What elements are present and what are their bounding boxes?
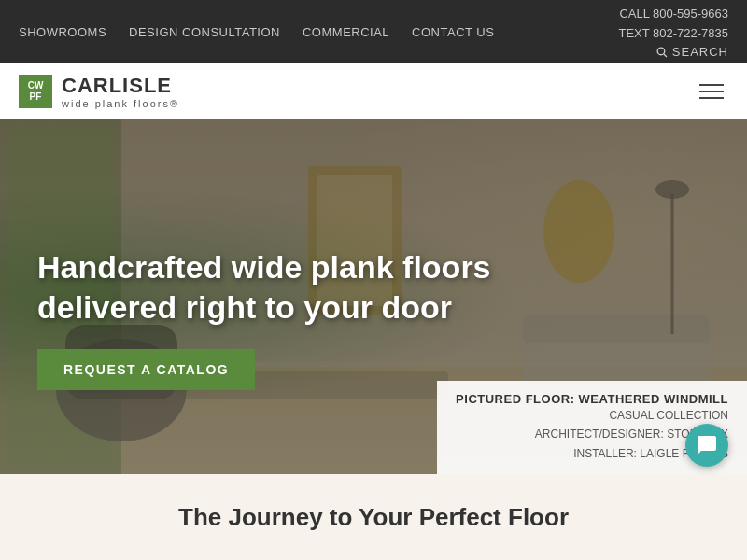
logo-badge: CW PF — [19, 75, 52, 108]
hamburger-line-1 — [699, 84, 724, 86]
nav-design-consultation[interactable]: DESIGN CONSULTATION — [129, 25, 280, 39]
search-icon — [655, 46, 668, 58]
badge-line2: PF — [30, 91, 42, 103]
logo-bar: CW PF CARLISLE wide plank floors® — [0, 63, 747, 119]
search-label: SEARCH — [672, 45, 728, 59]
floor-title: PICTURED FLOOR: WEATHERED WINDMILL — [456, 392, 728, 406]
journey-section: The Journey to Your Perfect Floor — [0, 474, 747, 560]
svg-point-0 — [657, 48, 665, 55]
brand-name: CARLISLE — [62, 74, 179, 98]
top-nav-bar: SHOWROOMS DESIGN CONSULTATION COMMERCIAL… — [0, 0, 747, 63]
text-label: TEXT 802-722-7835 — [618, 24, 728, 44]
chat-bubble-button[interactable] — [685, 424, 728, 467]
nav-showrooms[interactable]: SHOWROOMS — [19, 25, 106, 39]
contact-block: CALL 800-595-9663 TEXT 802-722-7835 — [618, 5, 728, 44]
badge-line1: CW — [28, 80, 44, 91]
chat-icon — [696, 434, 718, 456]
hero-content: Handcrafted wide plank floors delivered … — [37, 247, 504, 390]
hero-section: Handcrafted wide plank floors delivered … — [0, 119, 747, 474]
nav-contact-us[interactable]: CONTACT US — [412, 25, 494, 39]
request-catalog-button[interactable]: REQUEST A CATALOG — [37, 349, 255, 390]
journey-heading: The Journey to Your Perfect Floor — [178, 503, 569, 532]
nav-commercial[interactable]: COMMERCIAL — [303, 25, 389, 39]
hero-headline: Handcrafted wide plank floors delivered … — [37, 247, 504, 327]
logo-text: CARLISLE wide plank floors® — [62, 74, 179, 109]
hamburger-line-2 — [699, 91, 724, 92]
brand-sub: wide plank floors® — [62, 98, 179, 109]
logo-area[interactable]: CW PF CARLISLE wide plank floors® — [19, 74, 179, 109]
search-button[interactable]: SEARCH — [655, 45, 728, 59]
floor-collection: CASUAL COLLECTION — [456, 406, 728, 425]
hamburger-line-3 — [699, 97, 724, 99]
hamburger-menu[interactable] — [695, 79, 728, 104]
svg-line-1 — [664, 54, 667, 57]
phone-label: CALL 800-595-9663 — [618, 5, 728, 24]
contact-search-block: CALL 800-595-9663 TEXT 802-722-7835 SEAR… — [618, 5, 728, 60]
nav-links: SHOWROOMS DESIGN CONSULTATION COMMERCIAL… — [19, 25, 494, 39]
